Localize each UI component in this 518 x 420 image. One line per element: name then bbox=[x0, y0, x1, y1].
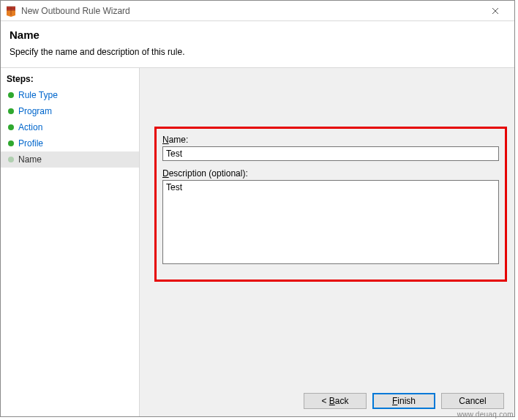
wizard-window: New Outbound Rule Wizard Name Specify th… bbox=[0, 0, 515, 417]
name-input[interactable] bbox=[162, 146, 499, 161]
step-label: Rule Type bbox=[18, 90, 58, 100]
step-rule-type[interactable]: Rule Type bbox=[1, 87, 139, 103]
step-label: Program bbox=[18, 106, 52, 116]
firewall-icon bbox=[5, 5, 17, 17]
description-label: Description (optional): bbox=[162, 168, 499, 179]
name-label: Name: bbox=[162, 135, 499, 145]
step-label: Action bbox=[18, 122, 42, 132]
step-program[interactable]: Program bbox=[1, 103, 139, 119]
wizard-buttons: < Back Finish Cancel bbox=[304, 393, 504, 409]
watermark: www.deuaq.com bbox=[457, 410, 514, 419]
cancel-button[interactable]: Cancel bbox=[441, 393, 504, 409]
name-row: Name: bbox=[162, 135, 499, 161]
wizard-body: Steps: Rule Type Program Action Profile … bbox=[1, 68, 514, 416]
step-name[interactable]: Name bbox=[1, 151, 139, 168]
back-button[interactable]: < Back bbox=[304, 393, 367, 409]
step-bullet-icon bbox=[8, 124, 14, 130]
step-bullet-icon bbox=[8, 157, 14, 162]
step-bullet-icon bbox=[8, 108, 14, 114]
close-button[interactable] bbox=[481, 4, 510, 18]
step-action[interactable]: Action bbox=[1, 119, 139, 135]
wizard-header: Name Specify the name and description of… bbox=[1, 21, 514, 68]
steps-header: Steps: bbox=[1, 71, 139, 87]
finish-button[interactable]: Finish bbox=[372, 393, 435, 409]
content-pane: Name: Description (optional): Test < Bac… bbox=[140, 68, 514, 416]
description-input[interactable]: Test bbox=[162, 180, 499, 264]
step-label: Profile bbox=[18, 138, 43, 149]
step-profile[interactable]: Profile bbox=[1, 135, 139, 151]
page-title: Name bbox=[10, 29, 506, 41]
window-title: New Outbound Rule Wizard bbox=[21, 6, 130, 16]
description-row: Description (optional): Test bbox=[162, 168, 499, 266]
step-bullet-icon bbox=[8, 92, 14, 98]
page-subtitle: Specify the name and description of this… bbox=[10, 47, 506, 57]
step-label: Name bbox=[18, 154, 42, 165]
form-panel: Name: Description (optional): Test bbox=[154, 127, 507, 282]
titlebar: New Outbound Rule Wizard bbox=[1, 1, 514, 21]
steps-sidebar: Steps: Rule Type Program Action Profile … bbox=[1, 68, 140, 416]
step-bullet-icon bbox=[8, 140, 14, 146]
